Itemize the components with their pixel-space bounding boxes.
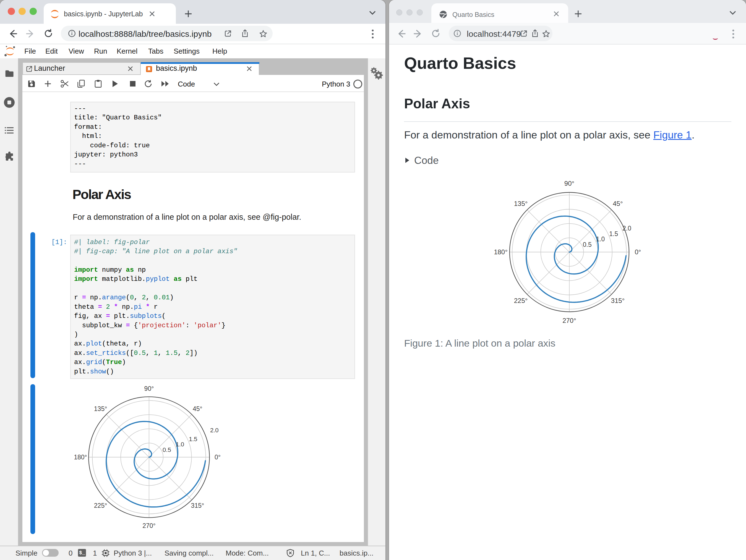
svg-text:135°: 135° — [514, 200, 528, 207]
svg-text:1.5: 1.5 — [609, 230, 618, 237]
svg-text:0°: 0° — [214, 453, 221, 461]
svg-text:1.5: 1.5 — [189, 436, 197, 443]
svg-text:2.0: 2.0 — [623, 225, 631, 232]
svg-text:180°: 180° — [74, 453, 87, 461]
svg-text:90°: 90° — [144, 385, 154, 392]
svg-text:90°: 90° — [564, 180, 574, 187]
svg-text:0°: 0° — [635, 248, 641, 256]
svg-text:2.0: 2.0 — [210, 427, 219, 434]
svg-text:180°: 180° — [494, 248, 508, 256]
svg-text:45°: 45° — [613, 200, 623, 207]
svg-text:270°: 270° — [142, 522, 156, 529]
svg-text:0.5: 0.5 — [583, 241, 592, 248]
svg-text:270°: 270° — [563, 317, 576, 324]
svg-text:135°: 135° — [94, 405, 107, 412]
svg-text:1.0: 1.0 — [596, 236, 605, 243]
svg-text:225°: 225° — [514, 297, 528, 304]
svg-text:0.5: 0.5 — [163, 446, 171, 453]
svg-text:45°: 45° — [193, 405, 202, 412]
svg-text:315°: 315° — [611, 297, 625, 304]
svg-text:315°: 315° — [191, 502, 204, 509]
svg-text:1.0: 1.0 — [176, 441, 184, 448]
svg-text:225°: 225° — [94, 502, 107, 509]
